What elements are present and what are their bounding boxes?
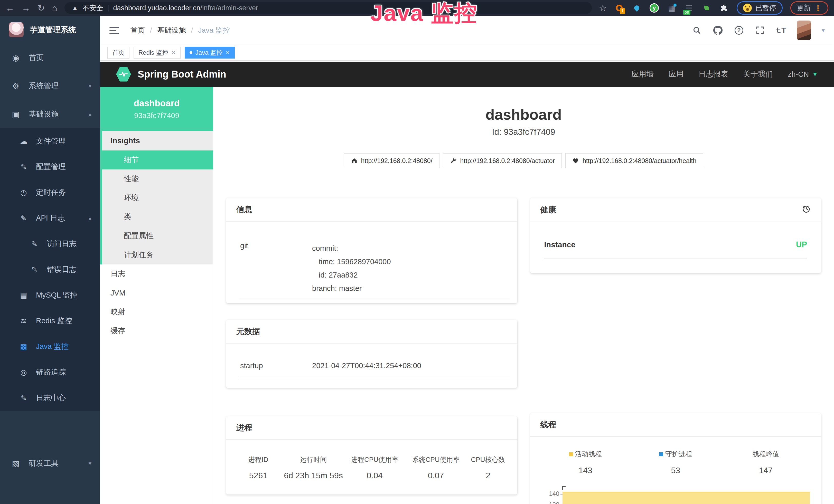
sidebar-item-system[interactable]: ⚙ 系统管理 ▾	[0, 72, 100, 100]
sba-header: Spring Boot Admin 应用墙 应用 日志报表 关于我们 zh-CN…	[100, 62, 834, 87]
actuator-url-button[interactable]: http://192.168.0.2:48080/actuator	[443, 153, 562, 168]
git-commit-line: commit:	[312, 242, 391, 255]
sidebar-item-devtools[interactable]: ▧ 研发工具 ▾	[0, 449, 100, 478]
app-logo-row[interactable]: 芋道管理系统	[0, 16, 100, 44]
sidebar-item-file-management[interactable]: ☁ 文件管理	[0, 129, 100, 154]
url-path: /infra/admin-server	[200, 4, 258, 12]
divider	[240, 299, 510, 299]
grid-extension-icon[interactable]: ▦	[667, 3, 677, 13]
status-badge: UP	[796, 240, 807, 249]
sba-nav-wallboard[interactable]: 应用墙	[631, 69, 654, 79]
tab-redis-monitor[interactable]: Redis 监控 ✕	[134, 47, 180, 59]
service-url-button[interactable]: http://192.168.0.2:48080/	[344, 153, 439, 168]
threads-legend: 活动线程 守护进程 线程峰值	[541, 450, 811, 459]
metadata-row: startup 2021-04-27T00:44:31.254+08:00	[240, 362, 510, 370]
breadcrumb-home[interactable]: 首页	[130, 25, 145, 35]
sidebar-item-config-management[interactable]: ✎ 配置管理	[0, 154, 100, 180]
sidebar-item-infra[interactable]: ▣ 基础设施 ▴	[0, 100, 100, 129]
home-icon[interactable]: ⌂	[52, 4, 58, 12]
sba-item-scheduled-tasks[interactable]: 计划任务	[102, 246, 213, 265]
dashboard-icon: ◉	[11, 53, 21, 63]
wrench-icon	[450, 157, 457, 164]
font-size-icon[interactable]: 𝚝T	[776, 25, 786, 36]
y-extension-icon[interactable]: y	[649, 3, 659, 13]
address-bar[interactable]: ▲ 不安全 | dashboard.yudao.iocoder.cn/infra…	[64, 2, 592, 14]
menu-kebab-icon[interactable]: ⋮	[814, 4, 822, 13]
sba-item-logs[interactable]: 日志	[100, 265, 213, 283]
github-icon[interactable]	[713, 25, 723, 36]
health-url-button[interactable]: http://192.168.0.2:48080/actuator/health	[565, 153, 703, 168]
leaf-extension-icon[interactable]	[702, 3, 711, 13]
instance-header[interactable]: dashboard 93a3fc7f7409	[100, 87, 213, 131]
locale-selector[interactable]: zh-CN ▼	[788, 70, 818, 78]
puzzle-extensions-icon[interactable]	[719, 3, 729, 13]
pin-extension-icon[interactable]	[632, 3, 642, 13]
sba-item-classes[interactable]: 类	[102, 207, 213, 226]
search-icon[interactable]	[692, 25, 702, 36]
sba-item-environment[interactable]: 环境	[102, 188, 213, 207]
sba-item-metrics[interactable]: 性能	[102, 169, 213, 188]
sidebar-collapse-icon[interactable]	[109, 27, 119, 34]
health-instance-row[interactable]: Instance UP	[544, 240, 807, 249]
info-card: 信息 git commit: time: 1596289704000 id: 2…	[226, 198, 517, 303]
chevron-down-icon: ▼	[812, 71, 818, 78]
sba-item-caches[interactable]: 缓存	[100, 321, 213, 340]
sidebar-item-error-logs[interactable]: ✎ 错误日志	[0, 257, 100, 282]
log-edit-icon: ✎	[30, 265, 39, 274]
annotation-java-monitor: Java 监控	[370, 0, 478, 28]
git-info-row: git commit: time: 1596289704000 id: 27aa…	[240, 242, 510, 295]
info-key: git	[240, 242, 312, 295]
infra-submenu: ☁ 文件管理 ✎ 配置管理 ◷ 定时任务 ✎ API 日志 ▴ ✎ 访问日志 ✎…	[0, 129, 100, 411]
threads-values: 143 53 147	[541, 466, 811, 475]
sba-nav-journal[interactable]: 日志报表	[698, 69, 728, 79]
sba-item-jvm[interactable]: JVM	[100, 283, 213, 302]
sba-item-config-props[interactable]: 配置属性	[102, 226, 213, 246]
instance-name: dashboard	[134, 98, 180, 108]
breadcrumb-infra[interactable]: 基础设施	[157, 25, 186, 35]
history-icon[interactable]	[802, 204, 811, 215]
git-branch-line: branch: master	[312, 282, 391, 295]
tab-java-monitor[interactable]: Java 监控 ✕	[185, 47, 235, 59]
avatar-caret-icon[interactable]: ▾	[822, 27, 825, 34]
sidebar-item-scheduled-tasks[interactable]: ◷ 定时任务	[0, 180, 100, 205]
tab-home[interactable]: 首页	[107, 47, 129, 59]
java-monitor-icon: ▩	[19, 342, 28, 351]
update-button[interactable]: 更新 ⋮	[790, 1, 828, 15]
fullscreen-icon[interactable]	[755, 25, 765, 36]
bookmark-star-icon[interactable]: ☆	[599, 3, 607, 13]
sba-nav-about[interactable]: 关于我们	[743, 69, 773, 79]
back-icon[interactable]: ←	[6, 4, 14, 12]
sidebar-item-log-center[interactable]: ✎ 日志中心	[0, 385, 100, 411]
legend-live-threads: 活动线程	[541, 450, 631, 459]
breadcrumb: 首页 / 基础设施 / Java 监控	[130, 25, 230, 35]
sidebar-item-mysql-monitor[interactable]: ▤ MySQL 监控	[0, 282, 100, 308]
process-col-process-cpu: 进程CPU使用率 0.04	[344, 455, 405, 480]
sidebar-item-api-logs[interactable]: ✎ API 日志 ▴	[0, 205, 100, 231]
admin-sidebar: 芋道管理系统 ◉ 首页 ⚙ 系统管理 ▾ ▣ 基础设施 ▴ ☁ 文件管理 ✎ 配…	[0, 16, 100, 504]
sidebar-item-access-logs[interactable]: ✎ 访问日志	[0, 231, 100, 257]
sidebar-item-home[interactable]: ◉ 首页	[0, 44, 100, 72]
sync-extension-icon[interactable]: 1	[614, 3, 624, 13]
url-host: dashboard.yudao.iocoder.cn	[113, 4, 200, 12]
sba-item-details[interactable]: 细节	[102, 151, 213, 169]
user-avatar[interactable]	[797, 21, 811, 40]
chevron-up-icon: ▴	[89, 215, 91, 222]
process-card-title: 进程	[236, 422, 252, 433]
sidebar-item-java-monitor[interactable]: ▩ Java 监控	[0, 334, 100, 360]
profile-paused-pill[interactable]: 已暂停	[737, 1, 783, 15]
sidebar-item-redis-monitor[interactable]: ≋ Redis 监控	[0, 308, 100, 334]
list-extension-icon[interactable]: ☰ on	[684, 3, 694, 13]
sidebar-item-tracing[interactable]: ◎ 链路追踪	[0, 360, 100, 385]
app-title: 芋道管理系统	[30, 25, 76, 35]
sba-nav-applications[interactable]: 应用	[668, 69, 683, 79]
forward-icon[interactable]: →	[22, 4, 30, 12]
close-icon[interactable]: ✕	[225, 49, 230, 56]
extensions-row: ☆ 1 y ▦ ☰ on 已暂停 更新 ⋮	[599, 1, 828, 15]
layers-icon: ≋	[19, 317, 28, 325]
chevron-up-icon: ▴	[89, 111, 91, 118]
help-icon[interactable]: ?	[734, 25, 744, 36]
gear-icon: ⚙	[11, 82, 21, 91]
sba-item-mappings[interactable]: 映射	[100, 302, 213, 321]
reload-icon[interactable]: ↻	[38, 4, 45, 12]
close-icon[interactable]: ✕	[171, 49, 176, 56]
